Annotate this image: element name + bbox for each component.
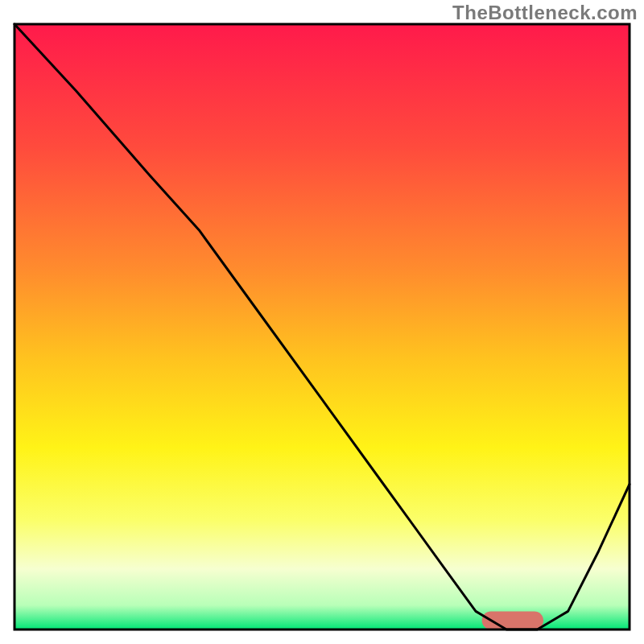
gradient-background [14,24,630,630]
watermark-text: TheBottleneck.com [452,2,638,24]
bottleneck-chart: TheBottleneck.com [0,0,644,644]
chart-svg [0,0,644,644]
